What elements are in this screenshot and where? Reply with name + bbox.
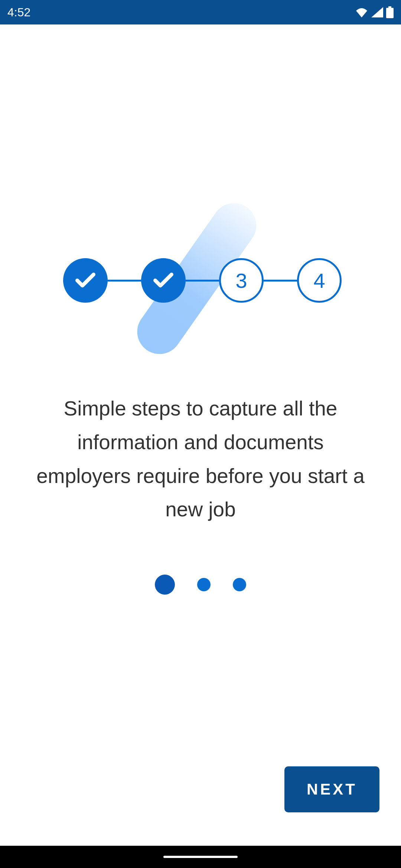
step-connector bbox=[186, 280, 219, 282]
battery-icon bbox=[386, 6, 394, 18]
step-3-pending: 3 bbox=[219, 258, 264, 303]
svg-rect-0 bbox=[388, 6, 391, 8]
step-number: 3 bbox=[235, 269, 247, 293]
page-dot-3[interactable] bbox=[233, 578, 246, 591]
status-time: 4:52 bbox=[7, 6, 30, 19]
step-1-complete bbox=[63, 258, 108, 303]
step-2-complete bbox=[141, 258, 186, 303]
onboarding-illustration: 3 4 bbox=[56, 199, 345, 362]
check-icon bbox=[152, 272, 175, 289]
onboarding-content: 3 4 Simple steps to capture all the info… bbox=[0, 24, 401, 868]
progress-steps: 3 4 bbox=[63, 258, 342, 303]
step-4-pending: 4 bbox=[297, 258, 342, 303]
step-connector bbox=[108, 280, 141, 282]
step-number: 4 bbox=[313, 269, 325, 293]
wifi-icon bbox=[355, 7, 368, 17]
page-dot-1[interactable] bbox=[155, 575, 175, 595]
step-connector bbox=[264, 280, 297, 282]
svg-rect-1 bbox=[386, 8, 394, 18]
onboarding-description: Simple steps to capture all the informat… bbox=[0, 392, 401, 526]
status-bar: 4:52 bbox=[0, 0, 401, 24]
check-icon bbox=[74, 272, 97, 289]
page-indicator bbox=[155, 575, 246, 595]
page-dot-2[interactable] bbox=[197, 578, 211, 591]
signal-icon bbox=[371, 7, 383, 17]
status-icons bbox=[355, 6, 394, 18]
navigation-bar bbox=[0, 846, 401, 868]
nav-handle[interactable] bbox=[163, 856, 238, 858]
next-button[interactable]: NEXT bbox=[284, 766, 379, 812]
